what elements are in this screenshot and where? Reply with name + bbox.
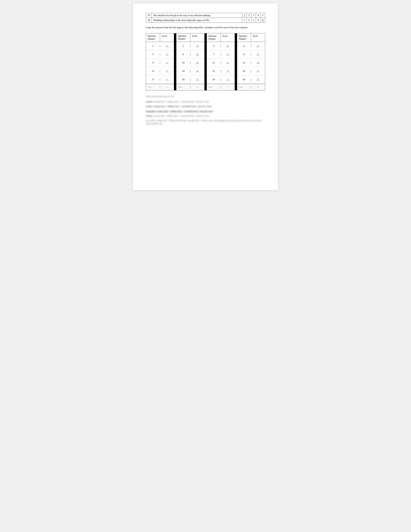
question-num: 19	[207, 78, 221, 81]
total-label: Total	[176, 86, 190, 88]
rating-2-cell: 2	[247, 13, 252, 18]
blurred-content: Which of the following are you? Idealist…	[146, 95, 265, 125]
score-value: _1_	[221, 78, 235, 81]
table-row: 5 _1_	[146, 50, 174, 59]
rating-4-cell: 4	[256, 18, 261, 23]
table-row: 10 _5_	[176, 59, 204, 67]
page: 19 My emotions do not get in the way of …	[133, 3, 278, 190]
total-row-c: Total 9	[207, 84, 235, 90]
table-row: 3 _2_	[207, 42, 235, 50]
total-value: 23	[190, 86, 204, 88]
rating-1-cell: 1	[242, 18, 247, 23]
question-num: 6	[176, 53, 190, 56]
total-value: 20	[251, 86, 265, 88]
question-num: 3	[207, 45, 221, 48]
section-divider	[235, 33, 237, 90]
question-num: 7	[207, 53, 221, 56]
rating-5-cell: 5	[261, 18, 265, 23]
total-value: 9	[221, 86, 235, 88]
rating-4-cell: 4	[256, 13, 261, 18]
score-value: _3_	[251, 53, 265, 56]
score-value: _3_	[251, 70, 265, 73]
total-value: 5	[160, 86, 174, 88]
total-row-b: Total 23	[176, 84, 204, 90]
question-num: 5	[146, 53, 160, 56]
rating-3-cell: 3	[251, 13, 256, 18]
score-value: _4_	[190, 53, 204, 56]
blurred-line-2: Realist: Feeling Total < Willing Total >…	[146, 105, 265, 108]
top-questions-table: 19 My emotions do not get in the way of …	[146, 13, 265, 23]
table-row: 15 _3_	[207, 67, 235, 76]
table-row: 11 _2_	[207, 59, 235, 67]
score-value: _2_	[221, 45, 235, 48]
table-row: 16 _3_	[237, 67, 265, 76]
table-row: 17 _1_	[146, 76, 174, 84]
score-value: _1_	[160, 78, 174, 81]
rating-2-cell: 2	[247, 18, 252, 23]
question-num: 16	[237, 70, 251, 73]
blurred-line-3: Pragmatist: Feeling Total > Willing Tota…	[146, 110, 265, 113]
score-value: _1_	[160, 61, 174, 64]
rating-1-cell: 1	[242, 13, 247, 18]
column-header-score: Score	[251, 33, 265, 42]
question-num: 14	[176, 70, 190, 73]
question-num: 13	[146, 70, 160, 73]
table-row: 14 _4_	[176, 67, 204, 76]
question-text-cell: My emotions do not get in the way of my …	[152, 13, 242, 18]
table-row: 20 Building relationships is the most im…	[146, 18, 265, 23]
table-row: 18 _5_	[176, 76, 204, 84]
question-num: 17	[146, 78, 160, 81]
rating-5-cell: 5	[261, 13, 265, 18]
score-section-d: QuestionNumber Score 4 _5_ 8 _3_ 12 _4_ …	[237, 33, 265, 90]
blurred-line-4: Idealist: Feeling Total > Willing Total …	[146, 114, 265, 117]
table-row: 20 _5_	[237, 76, 265, 84]
question-num: 1	[146, 45, 160, 48]
column-header-question-number: QuestionNumber	[207, 33, 221, 42]
question-num: 9	[146, 61, 160, 64]
score-value: _5_	[251, 45, 265, 48]
question-text-cell: Building relationships is the most impor…	[152, 18, 242, 23]
score-value: _1_	[160, 45, 174, 48]
column-header-question-number: QuestionNumber	[237, 33, 251, 42]
total-label: Total	[237, 86, 251, 88]
score-value: _5_	[190, 61, 204, 64]
table-row: 7 _1_	[207, 50, 235, 59]
score-value: _5_	[190, 78, 204, 81]
section-header-b: QuestionNumber Score	[176, 33, 204, 42]
column-header-score: Score	[190, 33, 204, 42]
score-value: _1_	[160, 53, 174, 56]
instruction-text: Copy the answers from the first page to …	[146, 26, 265, 29]
question-number-cell: 19	[146, 13, 152, 18]
section-rows-a: 1 _1_ 5 _1_ 9 _1_ 13 _1_ 17 _1_	[146, 42, 174, 90]
blurred-line-1: Idealist: Feeling Total > Willing Total …	[146, 100, 265, 103]
blurred-heading: Which of the following are you?	[146, 95, 265, 98]
section-header-a: QuestionNumber Score	[146, 33, 174, 42]
question-num: 15	[207, 70, 221, 73]
score-value: _2_	[221, 61, 235, 64]
total-row-d: Total 20	[237, 84, 265, 90]
column-header-score: Score	[221, 33, 235, 42]
section-header-c: QuestionNumber Score	[207, 33, 235, 42]
question-num: 11	[207, 61, 221, 64]
score-value: _1_	[160, 70, 174, 73]
score-value: _3_	[221, 70, 235, 73]
section-header-d: QuestionNumber Score	[237, 33, 265, 42]
table-row: 4 _5_	[237, 42, 265, 50]
total-label: Total	[146, 86, 160, 88]
section-divider	[174, 33, 176, 90]
rating-3-cell: 3	[251, 18, 256, 23]
score-section-c: QuestionNumber Score 3 _2_ 7 _1_ 11 _2_ …	[207, 33, 235, 90]
table-row: 13 _1_	[146, 67, 174, 76]
score-value: _5_	[251, 78, 265, 81]
table-row: 2 _5_	[176, 42, 204, 50]
question-num: 20	[237, 78, 251, 81]
section-divider	[205, 33, 207, 90]
table-row: 19 My emotions do not get in the way of …	[146, 13, 265, 18]
column-header-question-number: QuestionNumber	[176, 33, 190, 42]
score-section-b: QuestionNumber Score 2 _5_ 6 _4_ 10 _5_ …	[176, 33, 204, 90]
score-value: _5_	[190, 45, 204, 48]
question-num: 18	[176, 78, 190, 81]
blurred-line-5: If you differ: Feeling Total > Willing T…	[146, 119, 265, 125]
question-num: 8	[237, 53, 251, 56]
question-num: 2	[176, 45, 190, 48]
